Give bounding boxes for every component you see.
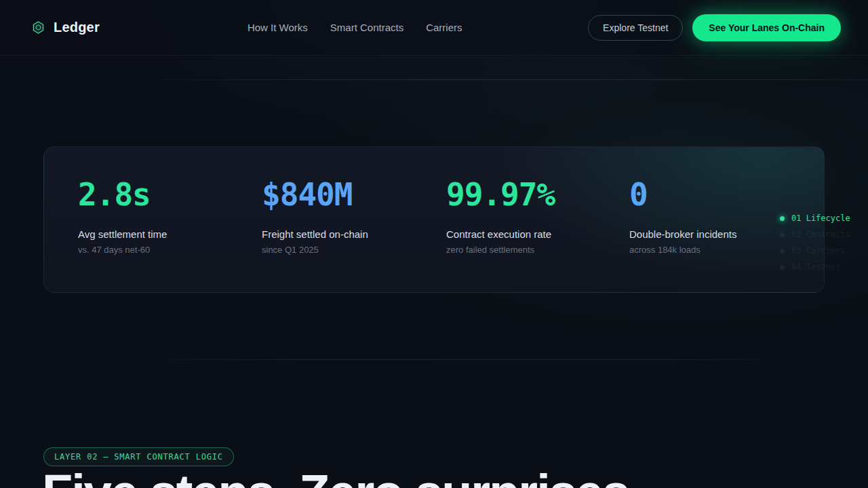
stats-grid: 2.8s Avg settlement time vs. 47 days net… xyxy=(44,147,824,255)
see-your-lanes-on-chain-button[interactable]: See Your Lanes On-Chain xyxy=(692,14,841,41)
explore-testnet-button[interactable]: Explore Testnet xyxy=(588,15,683,41)
section-nav-label: 01 Lifecycle xyxy=(791,214,850,223)
page: Ledger How It Works Smart Contracts Carr… xyxy=(0,0,868,488)
stat-label: Contract execution rate xyxy=(446,228,629,240)
section-divider-top xyxy=(122,79,868,80)
section-divider-bottom xyxy=(136,359,783,360)
dot-icon xyxy=(780,265,785,270)
stat-value: 99.97% xyxy=(446,179,629,210)
nav-link-how-it-works[interactable]: How It Works xyxy=(248,22,308,33)
stat-subtext: vs. 47 days net-60 xyxy=(78,245,262,255)
active-dot-icon xyxy=(780,216,785,221)
stat-subtext: zero failed settlements xyxy=(446,245,629,255)
stat-freight-settled: $840M Freight settled on-chain since Q1 … xyxy=(262,179,446,255)
section-nav-item-lifecycle[interactable]: 01 Lifecycle xyxy=(780,210,850,226)
main-nav: How It Works Smart Contracts Carriers xyxy=(248,22,462,33)
section-nav-label: 04 Testnet xyxy=(791,262,840,272)
stat-subtext: since Q1 2025 xyxy=(262,245,446,255)
dot-icon xyxy=(780,249,785,253)
stat-value: 2.8s xyxy=(78,179,262,210)
section-progress-nav: 01 Lifecycle 02 Contracts 03 Carriers 04… xyxy=(780,210,850,275)
stat-value: $840M xyxy=(262,179,446,210)
brand-name: Ledger xyxy=(54,20,100,35)
section-heading: Five steps. Zero surprises. xyxy=(42,465,642,488)
ledger-hexagon-logo-icon xyxy=(33,21,44,34)
stat-label: Avg settlement time xyxy=(78,228,262,240)
nav-link-carriers[interactable]: Carriers xyxy=(426,22,462,33)
header: Ledger How It Works Smart Contracts Carr… xyxy=(0,0,868,56)
dot-icon xyxy=(780,232,785,237)
stat-avg-settlement-time: 2.8s Avg settlement time vs. 47 days net… xyxy=(78,179,262,255)
stats-card: 2.8s Avg settlement time vs. 47 days net… xyxy=(43,146,825,293)
section-nav-item-4[interactable]: 04 Testnet xyxy=(780,259,850,275)
stat-contract-execution-rate: 99.97% Contract execution rate zero fail… xyxy=(446,179,629,255)
section-nav-item-2[interactable]: 02 Contracts xyxy=(780,226,850,243)
section-nav-label: 02 Contracts xyxy=(791,230,850,239)
stat-label: Freight settled on-chain xyxy=(262,228,446,240)
section-nav-label: 03 Carriers xyxy=(791,246,845,256)
layer-02-badge: LAYER 02 — SMART CONTRACT LOGIC xyxy=(43,447,234,466)
header-actions: Explore Testnet See Your Lanes On-Chain xyxy=(588,14,841,41)
nav-link-smart-contracts[interactable]: Smart Contracts xyxy=(330,22,403,33)
brand[interactable]: Ledger xyxy=(33,20,100,35)
stat-value: 0 xyxy=(629,179,824,210)
section-nav-item-3[interactable]: 03 Carriers xyxy=(780,243,850,259)
